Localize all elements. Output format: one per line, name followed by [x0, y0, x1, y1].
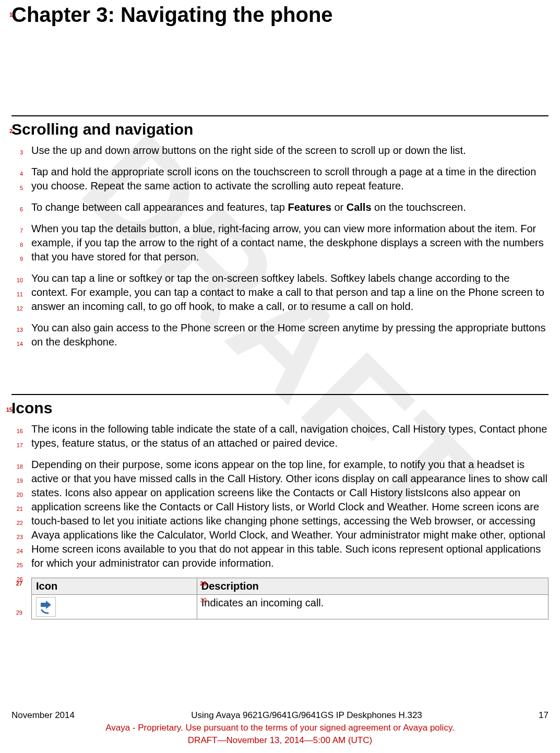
- table-cell-icon: 29: [32, 595, 197, 619]
- body-paragraph: 13 14 You can also gain access to the Ph…: [11, 321, 549, 349]
- paragraph-text: You can tap a line or softkey or tap the…: [31, 272, 544, 312]
- footer-doc-title: Using Avaya 9621G/9641G/9641GS IP Deskph…: [191, 710, 422, 721]
- table-header-label: Icon: [36, 580, 57, 592]
- paragraph-text: Use the up and down arrow buttons on the…: [31, 145, 466, 156]
- paragraph-text: Tap and hold the appropriate scroll icon…: [31, 166, 536, 192]
- line-number: 16: [11, 424, 23, 438]
- page-content: 1 Chapter 3: Navigating the phone 2 Scro…: [0, 0, 560, 619]
- body-paragraph: 7 8 9 When you tap the details button, a…: [11, 222, 549, 264]
- line-number: 30: [195, 597, 207, 603]
- table-header-description: 28 Description: [197, 578, 548, 595]
- line-number: 2: [1, 128, 13, 134]
- section-rule: [11, 115, 549, 116]
- line-number: 15: [1, 407, 13, 413]
- paragraph-text: The icons in the following table indicat…: [31, 423, 547, 449]
- line-number: 20: [11, 488, 23, 502]
- line-number: 21: [11, 502, 23, 516]
- body-paragraph: 10 11 12 You can tap a line or softkey o…: [11, 271, 549, 314]
- line-number: 3: [11, 146, 23, 160]
- table-cell-text: Indicates an incoming call.: [201, 597, 324, 608]
- table-header-row: 27 Icon 28 Description: [32, 578, 549, 595]
- footer-date: November 2014: [11, 710, 75, 721]
- line-number: 4: [11, 167, 23, 181]
- footer-page-number: 17: [539, 710, 549, 721]
- body-paragraph: 4 5 Tap and hold the appropriate scroll …: [11, 165, 549, 193]
- section-heading-scrolling: 2 Scrolling and navigation: [11, 121, 549, 138]
- page-footer: November 2014 Using Avaya 9621G/9641G/96…: [11, 710, 549, 746]
- table-header-label: Description: [201, 580, 259, 592]
- paragraph-text: To change between call appearances and f…: [31, 201, 466, 213]
- line-number: 28: [195, 580, 207, 587]
- line-number: 14: [11, 337, 23, 351]
- line-number: 8: [11, 238, 23, 252]
- line-number: 11: [11, 288, 23, 302]
- chapter-title-text: Chapter 3: Navigating the phone: [11, 3, 333, 26]
- line-number: 9: [11, 252, 23, 266]
- line-number: 23: [11, 530, 23, 544]
- line-number: 17: [11, 438, 23, 452]
- footer-proprietary: Avaya - Proprietary. Use pursuant to the…: [11, 723, 549, 733]
- section-rule: [11, 394, 549, 395]
- chapter-title: 1 Chapter 3: Navigating the phone: [11, 0, 549, 27]
- line-number: 5: [11, 181, 23, 195]
- section-heading-text: Icons: [11, 399, 52, 416]
- line-number: 29: [11, 609, 22, 616]
- table-header-icon: 27 Icon: [32, 578, 197, 595]
- line-number: 18: [11, 460, 23, 474]
- line-number: 25: [11, 558, 23, 572]
- body-paragraph: 6 To change between call appearances and…: [11, 200, 549, 214]
- body-paragraph: 3 Use the up and down arrow buttons on t…: [11, 144, 549, 158]
- table-cell-description: 30 Indicates an incoming call.: [197, 595, 548, 619]
- paragraph-text: When you tap the details button, a blue,…: [31, 223, 544, 262]
- icons-table: 27 Icon 28 Description 29: [31, 578, 549, 619]
- line-number: 24: [11, 544, 23, 558]
- line-number: 7: [11, 224, 23, 238]
- line-number: 6: [11, 202, 23, 217]
- paragraph-text: Depending on their purpose, some icons a…: [31, 459, 547, 569]
- line-number: 27: [11, 580, 22, 587]
- line-number: 13: [11, 323, 23, 337]
- section-heading-icons: 15 Icons: [11, 399, 549, 417]
- paragraph-text: You can also gain access to the Phone sc…: [31, 322, 545, 348]
- line-number: 12: [11, 302, 23, 316]
- section-heading-text: Scrolling and navigation: [11, 121, 193, 138]
- line-number: 10: [11, 273, 23, 288]
- footer-draft-stamp: DRAFT—November 13, 2014—5:00 AM (UTC): [11, 735, 549, 746]
- line-number: 19: [11, 474, 23, 488]
- incoming-call-icon: [36, 597, 56, 617]
- table-row: 29 30 Indicates an incoming call.: [32, 595, 549, 619]
- body-paragraph: 18 19 20 21 22 23 24 25 26 Depending on …: [11, 458, 549, 570]
- body-paragraph: 16 17 The icons in the following table i…: [11, 422, 549, 450]
- line-number: 1: [1, 11, 13, 18]
- line-number: 22: [11, 516, 23, 530]
